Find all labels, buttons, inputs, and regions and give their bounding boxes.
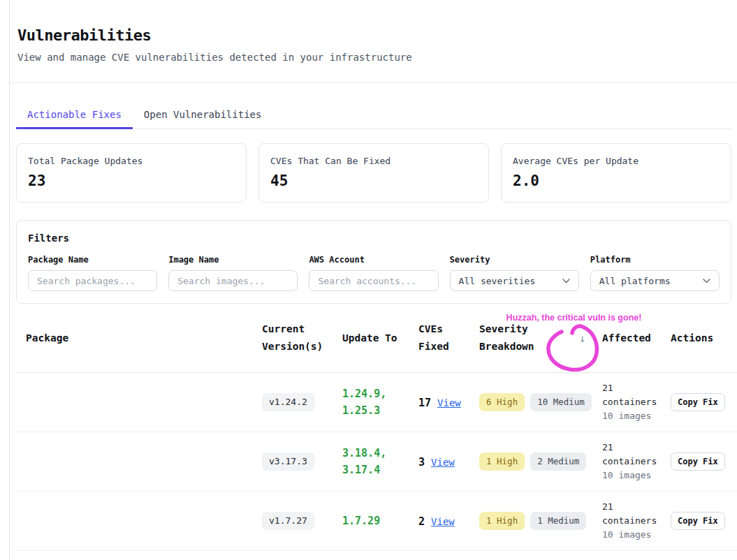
table-header-row: Package Current Version(s) Update To CVE… <box>17 304 737 373</box>
update-to-versions: 1.7.29 <box>334 513 410 529</box>
severity-select[interactable]: All severities <box>450 270 579 291</box>
aws-account-input[interactable] <box>309 270 438 291</box>
update-to-versions: 3.18.4, 3.17.4 <box>334 445 410 478</box>
stat-card-cves-fixable: CVEs That Can Be Fixed 45 <box>258 143 489 202</box>
column-header-update-to: Update To <box>334 330 410 347</box>
stat-label: Total Package Updates <box>28 156 235 167</box>
chevron-down-icon <box>562 279 570 283</box>
view-link[interactable]: View <box>431 457 455 468</box>
medium-severity-badge: 10 Medium <box>530 393 592 411</box>
filter-severity: Severity All severities <box>450 255 579 291</box>
stat-card-average-cves: Average CVEs per Update 2.0 <box>501 143 731 202</box>
high-severity-badge: 1 High <box>479 512 525 530</box>
tab-actionable-fixes[interactable]: Actionable Fixes <box>16 102 133 129</box>
vulnerabilities-table: Huzzah, the critical vuln is gone! Packa… <box>17 304 737 551</box>
image-name-label: Image Name <box>168 255 298 265</box>
current-version-badge: v1.7.27 <box>262 512 314 530</box>
stat-value: 23 <box>28 172 235 190</box>
severity-select-value: All severities <box>459 276 536 286</box>
image-name-input[interactable] <box>168 270 298 291</box>
current-version-badge: v3.17.3 <box>262 452 314 471</box>
cves-fixed-count: 3 <box>418 456 425 469</box>
affected-images: 10 images <box>602 469 654 482</box>
page-header: Vulnerabilities View and manage CVE vuln… <box>10 0 737 82</box>
copy-fix-button[interactable]: Copy Fix <box>671 452 725 471</box>
package-name-input[interactable] <box>28 270 157 291</box>
column-header-package: Package <box>17 330 254 347</box>
filters-panel: Filters Package Name Image Name AWS Acco… <box>16 220 731 304</box>
view-link[interactable]: View <box>431 516 455 527</box>
severity-label: Severity <box>450 255 579 265</box>
filter-platform: Platform All platforms <box>590 255 720 291</box>
page-title: Vulnerabilities <box>17 27 720 45</box>
affected-containers: 21 containers <box>602 500 654 528</box>
column-header-cves-fixed: CVEs Fixed <box>410 320 471 355</box>
stat-label: Average CVEs per Update <box>513 156 720 167</box>
tab-bar: Actionable Fixes Open Vulnerabilities <box>16 102 731 129</box>
sort-descending-icon[interactable]: ↓ <box>579 332 586 345</box>
tab-open-vulnerabilities[interactable]: Open Vulnerabilities <box>133 102 273 129</box>
stat-cards: Total Package Updates 23 CVEs That Can B… <box>16 143 731 202</box>
stat-label: CVEs That Can Be Fixed <box>270 156 477 167</box>
cves-fixed-count: 17 <box>418 397 431 409</box>
filter-aws-account: AWS Account <box>309 255 438 291</box>
platform-label: Platform <box>590 255 720 265</box>
copy-fix-button[interactable]: Copy Fix <box>671 393 725 411</box>
header-divider <box>10 82 737 83</box>
stat-value: 2.0 <box>513 172 720 190</box>
copy-fix-button[interactable]: Copy Fix <box>671 512 725 530</box>
column-header-actions: Actions <box>662 330 737 347</box>
filter-image-name: Image Name <box>168 255 298 291</box>
main-panel: Vulnerabilities View and manage CVE vuln… <box>9 0 737 560</box>
view-link[interactable]: View <box>437 397 461 408</box>
platform-select-value: All platforms <box>599 276 671 286</box>
filters-title: Filters <box>28 233 720 244</box>
high-severity-badge: 1 High <box>479 452 525 471</box>
affected-images: 10 images <box>602 528 654 542</box>
high-severity-badge: 6 High <box>479 393 525 411</box>
affected-images: 10 images <box>602 409 654 423</box>
cves-fixed-count: 2 <box>418 515 425 528</box>
affected-containers: 21 containers <box>602 441 654 469</box>
affected-containers: 21 containers <box>602 381 654 409</box>
column-header-current-versions: Current Version(s) <box>254 320 334 355</box>
table-row: v3.17.3 3.18.4, 3.17.4 3View 1 High 2 Me… <box>17 432 737 492</box>
table-row: v1.7.27 1.7.29 2View 1 High 1 Medium 21 … <box>17 492 737 551</box>
aws-account-label: AWS Account <box>309 255 438 265</box>
package-name-label: Package Name <box>28 255 157 265</box>
current-version-badge: v1.24.2 <box>262 393 314 411</box>
table-row: v1.24.2 1.24.9, 1.25.3 17View 6 High 10 … <box>17 373 737 432</box>
column-header-affected: Affected <box>594 330 662 347</box>
column-header-severity-breakdown: Severity Breakdown <box>471 320 594 355</box>
chevron-down-icon <box>703 279 710 283</box>
page-subtitle: View and manage CVE vulnerabilities dete… <box>17 51 720 64</box>
update-to-versions: 1.24.9, 1.25.3 <box>334 385 410 419</box>
medium-severity-badge: 1 Medium <box>530 512 586 530</box>
filter-package-name: Package Name <box>28 255 157 291</box>
stat-card-total-package-updates: Total Package Updates 23 <box>16 143 247 202</box>
medium-severity-badge: 2 Medium <box>530 452 586 471</box>
stat-value: 45 <box>270 172 477 190</box>
platform-select[interactable]: All platforms <box>590 270 720 291</box>
